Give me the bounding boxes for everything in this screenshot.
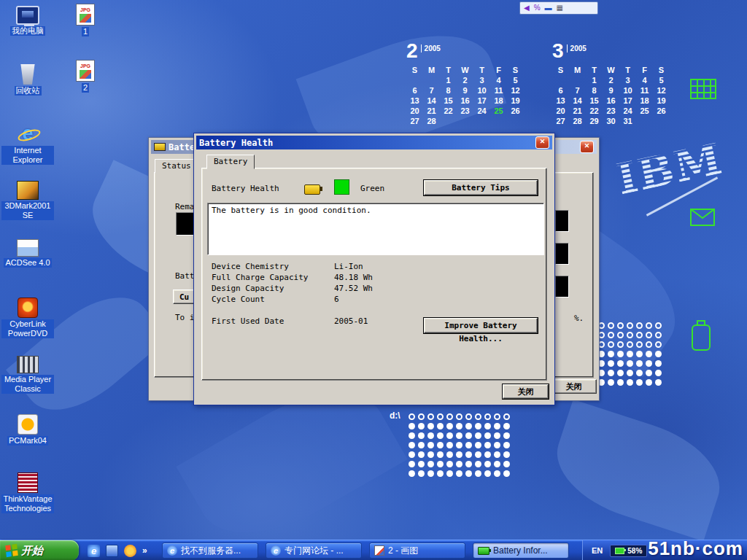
volume-icon[interactable]: ◀ <box>524 3 530 13</box>
calendar-month: 3 <box>552 42 564 61</box>
desktop-icon-recycle[interactable]: 回收站 <box>1 64 54 96</box>
dot <box>465 461 472 467</box>
desktop-icon-mycomputer[interactable]: 我的电脑 <box>1 6 54 36</box>
taskbar-task-2[interactable]: e专门网论坛 - ... <box>266 542 362 559</box>
calendar-day <box>552 75 569 85</box>
dot <box>484 461 491 467</box>
task-label: 专门网论坛 - ... <box>285 545 344 557</box>
taskbar-task-1[interactable]: e找不到服务器... <box>162 542 258 559</box>
dot <box>494 451 500 458</box>
calendar-grid: SMTWTFS123456789101112131415161718192021… <box>406 65 530 126</box>
display-icon[interactable]: ▦ <box>557 3 563 13</box>
dot <box>427 461 434 467</box>
calendar-day: 23 <box>603 106 619 116</box>
dot <box>646 351 652 357</box>
tab-battery[interactable]: Battery <box>206 155 255 169</box>
tab-status[interactable]: Status <box>155 159 198 174</box>
dot <box>427 470 434 477</box>
chevron-more-icon[interactable]: » <box>142 545 147 556</box>
calendar-year: 2005 <box>421 44 441 52</box>
desktop-icon-pcmark[interactable]: PCMark04 <box>1 414 54 446</box>
dot <box>437 413 444 420</box>
language-indicator[interactable]: EN <box>592 546 603 555</box>
desktop-icon-powerdvd[interactable]: CyberLink PowerDVD <box>1 298 54 338</box>
close-button[interactable]: ✕ <box>535 136 549 149</box>
dot <box>456 461 462 467</box>
dot <box>418 423 425 429</box>
dot <box>608 351 614 357</box>
calendar-day: 9 <box>457 85 473 96</box>
taskbar-task-4[interactable]: Battery Infor... <box>473 542 569 559</box>
dot <box>627 360 633 367</box>
calendar-day <box>490 116 507 126</box>
calendar-day: 25 <box>490 106 507 116</box>
show-desktop-icon[interactable] <box>106 545 118 557</box>
dot <box>484 423 491 429</box>
dot <box>418 442 425 448</box>
desktop-file-jpg[interactable]: JPG1 <box>63 4 108 36</box>
improve-battery-health-button[interactable]: Improve Battery Health... <box>424 318 538 333</box>
dot <box>494 461 500 467</box>
calendar-day: 28 <box>423 116 440 126</box>
calendar-day-header: T <box>473 65 490 75</box>
desktop-icon-3dmark[interactable]: 3DMark2001 SE <box>1 181 54 220</box>
dot <box>465 470 472 477</box>
calendar-header: 22005 <box>406 42 530 61</box>
dot <box>446 432 453 439</box>
dot <box>655 341 662 348</box>
dialog-titlebar[interactable]: Battery Health ✕ <box>196 136 552 149</box>
dot <box>627 379 633 386</box>
close-button[interactable]: ✕ <box>580 141 594 153</box>
calendar-day: 24 <box>619 106 636 116</box>
calendar-day: 13 <box>406 96 423 106</box>
brightness-icon[interactable]: ▬ <box>545 3 552 13</box>
dot <box>484 432 491 439</box>
dot <box>427 423 434 429</box>
dot <box>484 413 491 420</box>
dot <box>427 442 434 448</box>
desktop-icon-mpc[interactable]: Media Player Classic <box>1 356 54 394</box>
desktop-icon-label: CyberLink PowerDVD <box>1 319 54 338</box>
mycomputer-icon <box>16 6 39 25</box>
calendar-february: 22005SMTWTFS1234567891011121314151617181… <box>406 42 530 126</box>
dot <box>494 442 500 448</box>
calendar-day: 22 <box>440 106 457 116</box>
condition-textbox[interactable]: The battery is in good condition. <box>207 203 544 255</box>
close-icon: ✕ <box>584 142 590 149</box>
window-title: Batte <box>169 142 195 152</box>
dot <box>617 351 624 357</box>
tray-battery-indicator[interactable]: 58% <box>610 545 647 557</box>
percent-label: %. <box>574 314 584 323</box>
calendar-day-header: W <box>603 65 619 75</box>
dot <box>494 432 500 439</box>
dot <box>418 413 425 420</box>
recycle-icon <box>19 64 36 85</box>
desktop-icon-acdsee[interactable]: ACDSee 4.0 <box>1 239 54 268</box>
dot <box>409 451 415 458</box>
calendar-day: 19 <box>507 96 524 106</box>
start-button[interactable]: 开始 <box>0 540 79 560</box>
desktop-file-jpg[interactable]: JPG2 <box>63 60 108 93</box>
paint-icon <box>374 545 384 556</box>
ie-quicklaunch-icon[interactable]: e <box>88 545 100 557</box>
calendar-day: 12 <box>653 85 670 96</box>
taskbar-task-3[interactable]: 2 - 画图 <box>369 542 465 559</box>
media-player-icon[interactable] <box>124 545 136 557</box>
calendar-day <box>507 116 524 126</box>
close-dialog-button[interactable]: 关闭 <box>503 384 549 399</box>
close-dialog-button[interactable]: 关闭 <box>551 379 597 394</box>
desktop-icon-ie[interactable]: eInternet Explorer <box>1 122 54 165</box>
calendar-day: 3 <box>619 75 636 85</box>
dot <box>617 360 624 367</box>
dot <box>427 413 434 420</box>
dot <box>446 461 453 467</box>
dot <box>475 461 481 467</box>
desktop-icon-thinkvantage[interactable]: ThinkVantage Technologies <box>1 472 54 513</box>
battery-tips-button[interactable]: Battery Tips <box>424 180 538 195</box>
dot <box>503 413 510 420</box>
calendar-day <box>653 116 670 126</box>
powerdvd-icon <box>18 298 38 318</box>
mute-icon[interactable]: % <box>534 3 541 13</box>
calendar-day-header: M <box>569 65 586 75</box>
dot <box>465 423 472 429</box>
